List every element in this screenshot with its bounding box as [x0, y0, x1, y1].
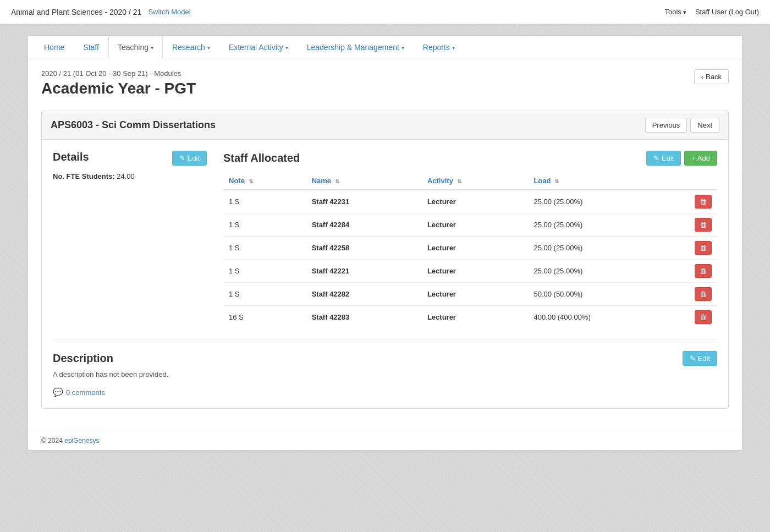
leadership-dropdown-icon: ▾ [402, 45, 404, 51]
table-row: 1 S Staff 42221 Lecturer 25.00 (25.00%) … [223, 260, 717, 283]
activity-sort-icon: ⇅ [457, 178, 461, 184]
cell-note: 16 S [223, 306, 306, 329]
cell-action: 🗑 [689, 283, 717, 306]
staff-table-head: Note ⇅ Name ⇅ Activity ⇅ [223, 172, 717, 190]
tab-teaching[interactable]: Teaching ▾ [108, 36, 163, 58]
breadcrumb: 2020 / 21 (01 Oct 20 - 30 Sep 21) - Modu… [41, 69, 196, 78]
footer: © 2024 epiGenesys [28, 431, 742, 450]
comments-label: 0 comments [66, 388, 105, 397]
card-header: APS6003 - Sci Comm Dissertations Previou… [42, 111, 728, 140]
trash-icon: 🗑 [700, 198, 707, 206]
fte-value: 24.00 [117, 172, 135, 180]
teaching-dropdown-icon: ▾ [151, 45, 153, 51]
description-title: Description [53, 352, 113, 365]
trash-icon: 🗑 [700, 244, 707, 252]
delete-row-button[interactable]: 🗑 [695, 310, 712, 324]
cell-activity: Lecturer [422, 306, 529, 329]
cell-action: 🗑 [689, 237, 717, 260]
switch-model-link[interactable]: Switch Model [148, 8, 190, 16]
user-menu: Staff User (Log Out) [695, 8, 759, 16]
app-title: Animal and Plant Sciences - 2020 / 21 [11, 8, 141, 17]
cell-name: Staff 42283 [306, 306, 422, 329]
page-header-row: 2020 / 21 (01 Oct 20 - 30 Sep 21) - Modu… [41, 69, 729, 108]
delete-row-button[interactable]: 🗑 [695, 264, 712, 278]
delete-row-button[interactable]: 🗑 [695, 241, 712, 255]
reports-dropdown-icon: ▾ [452, 45, 455, 51]
table-row: 16 S Staff 42283 Lecturer 400.00 (400.00… [223, 306, 717, 329]
note-sort-icon: ⇅ [249, 178, 253, 184]
delete-row-button[interactable]: 🗑 [695, 287, 712, 301]
copyright-text: © 2024 [41, 437, 63, 445]
delete-row-button[interactable]: 🗑 [695, 218, 712, 232]
table-row: 1 S Staff 42231 Lecturer 25.00 (25.00%) … [223, 190, 717, 213]
tab-research[interactable]: Research ▾ [163, 36, 219, 58]
cell-action: 🗑 [689, 260, 717, 283]
staff-allocated-section: Staff Allocated ✎ Edit + Add Note [223, 151, 717, 328]
details-title: Details [53, 151, 89, 163]
next-button[interactable]: Next [690, 118, 719, 133]
fte-students: No. FTE Students: 24.00 [53, 172, 207, 180]
load-sort-icon: ⇅ [554, 178, 559, 184]
card-header-actions: Previous Next [645, 118, 719, 133]
trash-icon: 🗑 [700, 290, 707, 298]
tools-menu[interactable]: Tools [664, 8, 686, 16]
cell-activity: Lecturer [422, 237, 529, 260]
comments-link[interactable]: 💬 0 comments [53, 387, 105, 397]
tab-staff[interactable]: Staff [74, 36, 108, 58]
details-section: Details ✎ Edit No. FTE Students: 24.00 [53, 151, 207, 180]
staff-header: Staff Allocated ✎ Edit + Add [223, 151, 717, 166]
table-row: 1 S Staff 42282 Lecturer 50.00 (50.00%) … [223, 283, 717, 306]
cell-load: 25.00 (25.00%) [528, 213, 689, 237]
staff-actions: ✎ Edit + Add [646, 151, 717, 166]
staff-table: Note ⇅ Name ⇅ Activity ⇅ [223, 172, 717, 328]
brand-link[interactable]: epiGenesys [64, 437, 99, 445]
previous-button[interactable]: Previous [645, 118, 688, 133]
nav-tabs: Home Staff Teaching ▾ Research ▾ Externa… [28, 36, 742, 58]
cell-note: 1 S [223, 213, 306, 237]
top-bar-left: Animal and Plant Sciences - 2020 / 21 Sw… [11, 8, 191, 17]
staff-title: Staff Allocated [223, 152, 300, 164]
comment-bubble-icon: 💬 [53, 387, 63, 397]
trash-icon: 🗑 [700, 221, 707, 229]
trash-icon: 🗑 [700, 267, 707, 275]
staff-table-body: 1 S Staff 42231 Lecturer 25.00 (25.00%) … [223, 190, 717, 328]
page-content: 2020 / 21 (01 Oct 20 - 30 Sep 21) - Modu… [28, 58, 742, 431]
cell-name: Staff 42258 [306, 237, 422, 260]
cell-note: 1 S [223, 190, 306, 213]
details-edit-button[interactable]: ✎ Edit [172, 151, 207, 166]
cell-activity: Lecturer [422, 260, 529, 283]
back-button[interactable]: Back [694, 69, 729, 84]
col-name[interactable]: Name ⇅ [306, 172, 422, 190]
cell-load: 25.00 (25.00%) [528, 237, 689, 260]
fte-label: No. FTE Students: [53, 172, 115, 180]
delete-row-button[interactable]: 🗑 [695, 195, 712, 209]
cell-load: 25.00 (25.00%) [528, 260, 689, 283]
tab-external-activity[interactable]: External Activity ▾ [219, 36, 298, 58]
cell-action: 🗑 [689, 190, 717, 213]
tab-leadership-management[interactable]: Leadership & Management ▾ [298, 36, 414, 58]
col-activity[interactable]: Activity ⇅ [422, 172, 529, 190]
tab-home[interactable]: Home [35, 36, 74, 58]
col-actions-header [689, 172, 717, 190]
top-bar: Animal and Plant Sciences - 2020 / 21 Sw… [0, 0, 770, 24]
trash-icon: 🗑 [700, 313, 707, 321]
staff-add-button[interactable]: + Add [684, 151, 717, 166]
cell-name: Staff 42284 [306, 213, 422, 237]
description-section: Description ✎ Edit A description has not… [53, 351, 717, 397]
description-edit-button[interactable]: ✎ Edit [683, 351, 717, 366]
cell-action: 🗑 [689, 213, 717, 237]
table-row: 1 S Staff 42284 Lecturer 25.00 (25.00%) … [223, 213, 717, 237]
table-row: 1 S Staff 42258 Lecturer 25.00 (25.00%) … [223, 237, 717, 260]
col-load[interactable]: Load ⇅ [528, 172, 689, 190]
cell-name: Staff 42221 [306, 260, 422, 283]
staff-edit-button[interactable]: ✎ Edit [646, 151, 681, 166]
col-note[interactable]: Note ⇅ [223, 172, 306, 190]
module-card: APS6003 - Sci Comm Dissertations Previou… [41, 111, 729, 409]
cell-load: 25.00 (25.00%) [528, 190, 689, 213]
top-bar-right: Tools Staff User (Log Out) [664, 8, 759, 16]
cell-name: Staff 42282 [306, 283, 422, 306]
tab-reports[interactable]: Reports ▾ [414, 36, 464, 58]
cell-note: 1 S [223, 283, 306, 306]
external-activity-dropdown-icon: ▾ [285, 45, 288, 51]
cell-action: 🗑 [689, 306, 717, 329]
